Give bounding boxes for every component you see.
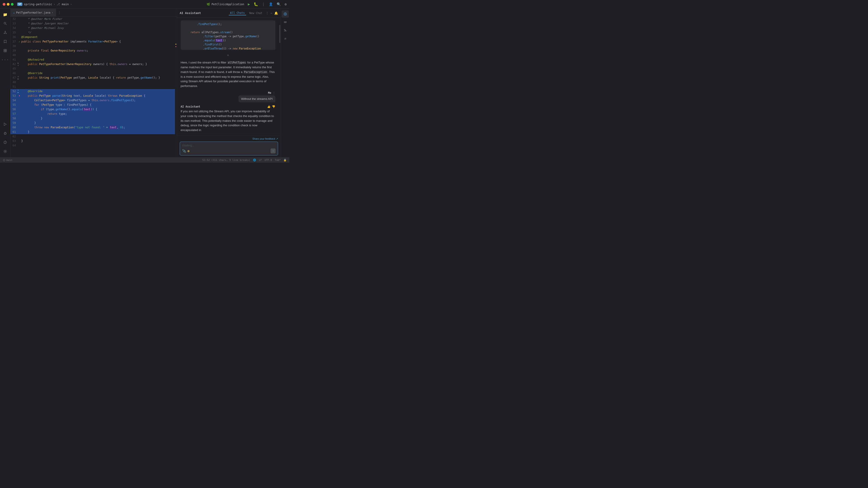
svg-marker-9 <box>4 123 6 126</box>
titlebar: SP spring-petclinic › ⎇ main › 🌿 PetClin… <box>0 0 289 8</box>
lock-icon: 🔒 <box>283 159 287 162</box>
ai-input-box[interactable]: Waiting... 📎 ⊕ ⬆ <box>180 142 278 156</box>
ai-send-button[interactable]: ⬆ <box>271 149 276 153</box>
editor-tab-pettype[interactable]: ☕ PetTypeFormatter.java ✕ <box>10 8 56 17</box>
ai-footer: Share your feedback ↗ Waiting... 📎 ⊕ ⬆ <box>177 135 281 157</box>
sidebar-icon-git[interactable] <box>1 29 9 37</box>
sidebar-icon-structure[interactable] <box>1 46 9 55</box>
ai-scroll-wrapper: .findPetTypes(); return allPetTypes.stre… <box>177 18 281 135</box>
table-row: 33 * @author Juergen Hoeller <box>10 21 175 26</box>
code-collapse-button[interactable]: ∧ <box>181 53 275 58</box>
sidebar-icon-more[interactable]: ··· <box>1 56 9 64</box>
message-more-icon[interactable]: ⋮ <box>273 91 275 94</box>
project-badge: SP <box>17 2 22 6</box>
global-search-icon[interactable]: 🔍 <box>277 2 281 6</box>
ai-tab-all-chats[interactable]: All Chats <box>229 11 246 15</box>
table-row: 60 throw new ParseException("type not fo… <box>10 125 175 130</box>
ai-header-actions: All Chats New Chat ⋮ − 🔔 <box>229 11 278 15</box>
debug-button[interactable]: 🐛 <box>254 2 258 6</box>
svg-point-13 <box>5 143 5 143</box>
titlebar-right: 🌿 PetClinicApplication ▶ 🐛 ⋮ 👤 🔍 ⚙ <box>207 2 287 6</box>
sidebar-icon-bookmark[interactable] <box>1 37 9 46</box>
table-row: 58 } <box>10 116 175 121</box>
ai-notifications-icon[interactable]: 🔔 <box>274 11 278 15</box>
svg-rect-16 <box>284 22 287 22</box>
line-ending[interactable]: LF <box>259 159 262 162</box>
ai-attach-icon[interactable]: 📎 <box>182 149 186 153</box>
user-message: Me ⋮ Without the streams API <box>181 91 275 102</box>
git-branch[interactable]: ⎇ main <box>57 2 69 6</box>
gutter-icon-override: ⊙ ▶ <box>18 89 21 94</box>
feedback-link[interactable]: Share your feedback ↗ <box>252 137 278 140</box>
svg-rect-6 <box>5 49 6 51</box>
svg-point-18 <box>3 159 5 161</box>
tab-overflow-button[interactable]: ⋮ <box>56 11 63 14</box>
table-row: 61 } <box>10 130 175 134</box>
run-button[interactable]: ▶ <box>248 2 250 6</box>
sidebar-icon-debug[interactable] <box>1 129 9 137</box>
sidebar-icon-settings[interactable] <box>1 147 9 156</box>
table-row: 62 <box>10 134 175 139</box>
table-row: 36 @Component <box>10 35 175 39</box>
statusbar-right: 53:52 (311 chars, 9 line breaks) 🌐 LF UT… <box>202 159 287 162</box>
table-row: 53 public PetType parse(String text, Loc… <box>10 94 175 98</box>
right-sidebar-paint-icon[interactable] <box>282 27 289 34</box>
sidebar-icon-folder[interactable]: 📁 <box>1 10 9 19</box>
svg-line-1 <box>6 24 6 25</box>
ai-tab-new-chat[interactable]: New Chat <box>248 11 264 15</box>
tab-close-icon[interactable]: ✕ <box>52 11 53 14</box>
maximize-button[interactable] <box>11 3 13 6</box>
table-row: 40 <box>10 53 175 57</box>
right-sidebar-m-icon[interactable]: m <box>282 35 289 42</box>
ai-panel-title: AI Assistant <box>180 11 201 15</box>
table-row: 48 <box>10 80 175 85</box>
cursor-position: 53:52 (311 chars, 9 line breaks) <box>202 159 250 162</box>
right-sidebar-ai-icon[interactable] <box>282 10 289 18</box>
account-icon[interactable]: 👤 <box>269 2 273 6</box>
ai-message-actions: 👍 👎 <box>267 105 275 108</box>
ai-input-placeholder[interactable]: Waiting... <box>182 144 276 147</box>
svg-point-4 <box>6 33 6 34</box>
ai-content: .findPetTypes(); return allPetTypes.stre… <box>177 18 279 135</box>
table-row: 55 for (PetType type : findPetTypes) { <box>10 103 175 107</box>
sidebar-icon-problems[interactable] <box>1 138 9 147</box>
table-row: 34 * @author Michael Isvy <box>10 26 175 30</box>
traffic-lights <box>3 3 13 6</box>
thumbs-up-icon[interactable]: 👍 <box>267 105 271 108</box>
close-button[interactable] <box>3 3 5 6</box>
table-row: 42 ▶ ⊙ public PetTypeFormatter(OwnerRepo… <box>10 62 175 66</box>
right-sidebar-layers-icon[interactable] <box>282 19 289 26</box>
ai-more-options-icon[interactable]: ⋮ <box>266 11 269 15</box>
table-row: 46 @Override <box>10 71 175 75</box>
ai-minimize-icon[interactable]: − <box>271 11 272 15</box>
minimize-button[interactable] <box>7 3 9 6</box>
table-row: 54 Collection<PetType> findPetTypes = th… <box>10 98 175 103</box>
ai-context-icon[interactable]: ⊕ <box>187 149 190 153</box>
indent-style[interactable]: Tab* <box>275 159 281 162</box>
sidebar-icon-run[interactable] <box>1 120 9 128</box>
editor-scrollbar[interactable] <box>175 17 177 157</box>
ai-response: AI Assistant 👍 👎 If you are not utilizin… <box>181 105 275 133</box>
ai-panel-scrollbar[interactable] <box>279 18 281 135</box>
ai-panel-header: AI Assistant All Chats New Chat ⋮ − 🔔 <box>177 8 281 18</box>
settings-icon[interactable]: ⚙ <box>285 2 287 6</box>
ai-response-text: If you are not utilizing the Stream API,… <box>181 109 275 133</box>
project-name[interactable]: spring-petclinic <box>24 2 52 6</box>
table-row: 38 <box>10 44 175 48</box>
app-name-label: 🌿 PetClinicApplication <box>207 3 244 6</box>
table-row: 39 private final OwnerRepository owners; <box>10 48 175 53</box>
git-status: main <box>3 159 12 162</box>
ai-panel: AI Assistant All Chats New Chat ⋮ − 🔔 .f… <box>177 8 281 157</box>
table-row: 35 */ <box>10 30 175 35</box>
project-info: SP spring-petclinic › ⎇ main › <box>17 2 72 6</box>
charset[interactable]: UTF-8 <box>265 159 272 162</box>
code-editor[interactable]: 32 * @author Mark Fisher 33 * @author Ju… <box>10 17 177 157</box>
table-row: 32 * @author Mark Fisher <box>10 17 175 21</box>
expand-icon[interactable]: ▶ ⊙ <box>18 62 21 66</box>
svg-rect-7 <box>4 51 5 52</box>
thumbs-down-icon[interactable]: 👎 <box>272 105 275 108</box>
ai-input-actions: 📎 ⊕ ⬆ <box>182 149 276 153</box>
more-options-button[interactable]: ⋮ <box>262 2 265 6</box>
table-row: 52 ⊙ ▶ @Override <box>10 89 175 94</box>
sidebar-icon-find[interactable] <box>1 20 9 28</box>
